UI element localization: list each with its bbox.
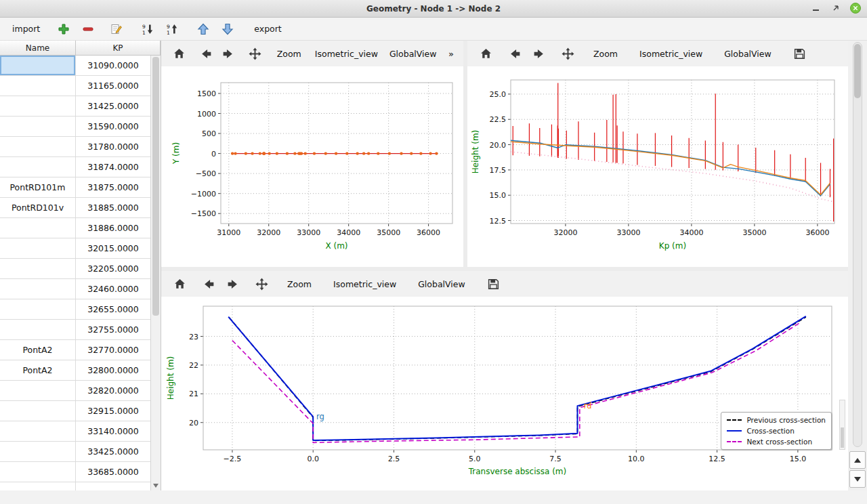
table-row[interactable]: 33140.0000 bbox=[0, 421, 150, 442]
scroll-up-button[interactable] bbox=[849, 451, 866, 469]
vertical-scrollbar-thumb[interactable] bbox=[854, 44, 861, 98]
name-cell[interactable] bbox=[0, 238, 76, 258]
table-row[interactable]: 31886.0000 bbox=[0, 218, 150, 238]
table-row[interactable]: 31780.0000 bbox=[0, 137, 150, 157]
name-cell[interactable] bbox=[0, 117, 76, 136]
pane-scrollbar[interactable] bbox=[839, 400, 845, 450]
kp-cell[interactable]: 32915.0000 bbox=[76, 401, 150, 421]
sort-descending-button[interactable]: 91 bbox=[138, 20, 158, 38]
kp-cell[interactable]: 32770.0000 bbox=[76, 340, 150, 360]
toolbar-overflow-button[interactable]: » bbox=[442, 44, 461, 63]
kp-cell[interactable]: 32755.0000 bbox=[76, 320, 150, 339]
table-row[interactable]: PontA232800.0000 bbox=[0, 360, 150, 381]
longitudinal-profile-chart[interactable]: 320003300034000350003600025.022.520.017.… bbox=[467, 66, 845, 264]
scroll-down-button[interactable] bbox=[849, 470, 866, 488]
add-button[interactable] bbox=[54, 20, 74, 38]
kp-cell[interactable]: 32460.0000 bbox=[76, 279, 150, 299]
column-header-name[interactable]: Name bbox=[0, 41, 76, 55]
name-cell[interactable]: PontRD101v bbox=[0, 198, 76, 217]
table-row[interactable]: PontRD101v31885.0000 bbox=[0, 198, 150, 218]
table-row[interactable]: PontA232770.0000 bbox=[0, 340, 150, 360]
name-cell[interactable] bbox=[0, 401, 76, 421]
isometric-view-button[interactable]: Isometric_view bbox=[633, 44, 709, 63]
pan-button[interactable] bbox=[245, 44, 264, 63]
forward-button[interactable] bbox=[222, 274, 243, 293]
maximize-button[interactable] bbox=[830, 3, 842, 15]
table-row[interactable]: 31165.0000 bbox=[0, 76, 150, 96]
global-view-button[interactable]: GlobalView bbox=[717, 44, 778, 63]
kp-cell[interactable]: 31875.0000 bbox=[76, 177, 150, 197]
name-cell[interactable] bbox=[0, 218, 76, 238]
name-cell[interactable]: PontRD101m bbox=[0, 177, 76, 197]
table-scrollbar-thumb[interactable] bbox=[152, 57, 159, 316]
save-button[interactable] bbox=[789, 44, 810, 63]
move-down-button[interactable] bbox=[217, 20, 238, 38]
pan-button[interactable] bbox=[251, 274, 272, 293]
save-button[interactable] bbox=[483, 274, 504, 293]
name-cell[interactable] bbox=[0, 137, 76, 156]
global-view-button[interactable]: GlobalView bbox=[387, 44, 439, 63]
name-cell[interactable] bbox=[0, 259, 76, 278]
name-cell[interactable] bbox=[0, 381, 76, 400]
table-row[interactable]: 32755.0000 bbox=[0, 320, 150, 340]
kp-cell[interactable]: 31874.0000 bbox=[76, 157, 150, 177]
table-row[interactable]: 32820.0000 bbox=[0, 381, 150, 401]
home-button[interactable] bbox=[475, 44, 496, 63]
kp-cell[interactable]: 31425.0000 bbox=[76, 96, 150, 116]
name-cell[interactable] bbox=[0, 299, 76, 319]
home-button[interactable] bbox=[169, 44, 188, 63]
name-cell[interactable] bbox=[0, 421, 76, 441]
cross-section-chart[interactable]: −2.50.02.55.07.510.012.515.023222120rgrd… bbox=[161, 297, 844, 490]
name-cell[interactable]: PontA2 bbox=[0, 360, 76, 380]
table-row[interactable]: 31090.0000 bbox=[0, 56, 150, 76]
name-cell[interactable] bbox=[0, 76, 76, 96]
pan-button[interactable] bbox=[557, 44, 578, 63]
table-row[interactable]: 32915.0000 bbox=[0, 401, 150, 421]
kp-cell[interactable]: 32015.0000 bbox=[76, 238, 150, 258]
name-cell[interactable] bbox=[0, 462, 76, 482]
minimize-button[interactable] bbox=[810, 3, 822, 15]
forward-button[interactable] bbox=[528, 44, 549, 63]
titlebar[interactable]: Geometry - Node 1 -> Node 2 bbox=[0, 0, 867, 18]
table-row[interactable]: 33685.0000 bbox=[0, 462, 150, 482]
table-row[interactable]: 32460.0000 bbox=[0, 279, 150, 299]
kp-cell[interactable]: 31886.0000 bbox=[76, 218, 150, 238]
table-row[interactable]: PontRD101m31875.0000 bbox=[0, 177, 150, 198]
vertical-scrollbar[interactable] bbox=[853, 42, 862, 447]
move-up-button[interactable] bbox=[193, 20, 213, 38]
home-button[interactable] bbox=[169, 274, 190, 293]
table-row[interactable]: 32655.0000 bbox=[0, 299, 150, 320]
kp-cell[interactable]: 33685.0000 bbox=[76, 462, 150, 482]
name-cell[interactable] bbox=[0, 279, 76, 299]
export-button[interactable]: export bbox=[250, 20, 286, 38]
name-cell[interactable] bbox=[0, 96, 76, 116]
zoom-button[interactable]: Zoom bbox=[587, 44, 625, 63]
zoom-button[interactable]: Zoom bbox=[272, 44, 305, 63]
name-cell[interactable] bbox=[0, 56, 76, 75]
kp-cell[interactable]: 31090.0000 bbox=[76, 56, 150, 75]
zoom-button[interactable]: Zoom bbox=[280, 274, 318, 293]
isometric-view-button[interactable]: Isometric_view bbox=[314, 44, 379, 63]
back-button[interactable] bbox=[196, 44, 215, 63]
column-header-kp[interactable]: KP bbox=[76, 41, 161, 55]
table-row[interactable]: 32015.0000 bbox=[0, 238, 150, 259]
table-row[interactable]: 31425.0000 bbox=[0, 96, 150, 117]
close-button[interactable] bbox=[849, 3, 862, 15]
kp-cell[interactable]: 31780.0000 bbox=[76, 137, 150, 156]
pane-scrollbar-thumb[interactable] bbox=[841, 427, 844, 448]
table-scrollbar[interactable] bbox=[150, 56, 161, 490]
kp-cell[interactable]: 32655.0000 bbox=[76, 299, 150, 319]
name-cell[interactable] bbox=[0, 442, 76, 461]
kp-cell[interactable]: 33425.0000 bbox=[76, 442, 150, 461]
sort-ascending-button[interactable]: 91 bbox=[162, 20, 182, 38]
kp-cell[interactable]: 31885.0000 bbox=[76, 198, 150, 217]
name-cell[interactable] bbox=[0, 157, 76, 177]
scroll-down-arrow-icon[interactable] bbox=[153, 484, 158, 488]
kp-cell[interactable]: 32820.0000 bbox=[76, 381, 150, 400]
back-button[interactable] bbox=[505, 44, 526, 63]
kp-cell[interactable] bbox=[76, 482, 150, 490]
name-cell[interactable] bbox=[0, 482, 76, 490]
global-view-button[interactable]: GlobalView bbox=[411, 274, 472, 293]
back-button[interactable] bbox=[198, 274, 219, 293]
table-row[interactable]: 32205.0000 bbox=[0, 259, 150, 279]
